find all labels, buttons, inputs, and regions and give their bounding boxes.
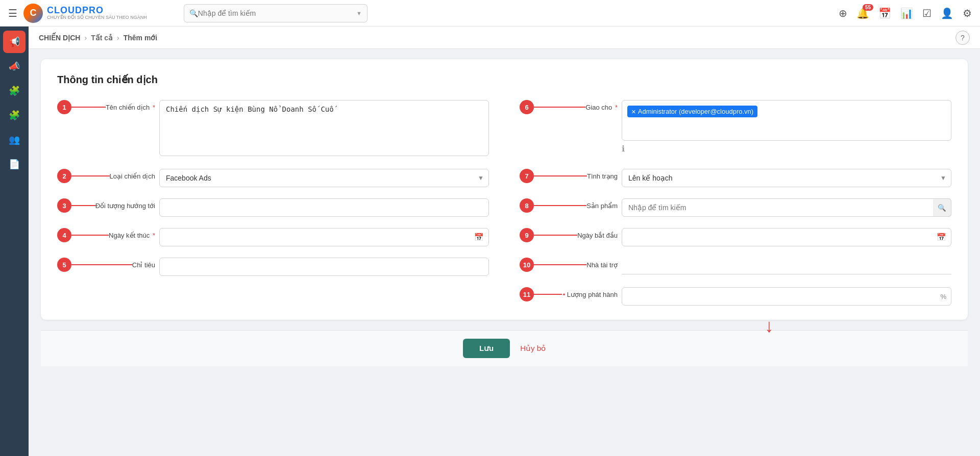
quantity-label: • Lượng phát hành bbox=[562, 291, 618, 298]
sponsor-input[interactable]: CloudPLUS bbox=[622, 258, 951, 274]
sidebar-item-doc[interactable]: 📄 bbox=[3, 153, 26, 175]
target-input[interactable]: Tất cả mọi người bbox=[159, 198, 489, 217]
assign-field[interactable]: × Administrator (developer@cloudpro.vn) bbox=[622, 100, 951, 141]
breadcrumb-root: CHIẾN DỊCH bbox=[39, 34, 80, 42]
field-budget: 5 Chỉ tiêu 10,000 bbox=[57, 258, 489, 276]
start-date-calendar-icon[interactable]: 📅 bbox=[937, 233, 946, 242]
checklist-button[interactable]: ☑ bbox=[922, 7, 932, 19]
end-date-label: Ngày kết thúc * bbox=[109, 232, 155, 239]
campaign-name-label: Tên chiến dịch * bbox=[106, 104, 155, 111]
sidebar-item-puzzle1[interactable]: 🧩 bbox=[3, 80, 26, 102]
label-group-3: 3 Đối tượng hướng tới bbox=[57, 198, 159, 213]
form-title: Thông tin chiến dịch bbox=[57, 73, 951, 86]
notification-button[interactable]: 🔔 55 bbox=[856, 7, 869, 19]
assignee-name: Administrator (developer@cloudpro.vn) bbox=[638, 108, 753, 115]
label-group-8: 8 Sản phẩm bbox=[520, 198, 622, 213]
percent-symbol: % bbox=[940, 293, 946, 300]
field-sponsor: 10 Nhà tài trợ CloudPLUS bbox=[520, 258, 951, 276]
campaign-name-input[interactable]: Chiến dịch Sự kiện Bùng Nổ Doanh Số Cuố bbox=[159, 100, 489, 156]
campaign-type-label: Loại chiến dịch bbox=[110, 172, 155, 180]
label-group-4: 4 Ngày kết thúc * bbox=[57, 228, 159, 242]
main-content: Thông tin chiến dịch 1 Tên chiến dịch * … bbox=[29, 49, 980, 456]
step-line-6 bbox=[534, 107, 585, 108]
breadcrumb-sep2: › bbox=[117, 34, 119, 42]
step-7: 7 bbox=[520, 169, 534, 183]
product-search-input[interactable] bbox=[622, 198, 951, 217]
sidebar-item-campaign[interactable]: 📢 bbox=[3, 31, 26, 53]
step-line-3 bbox=[71, 205, 95, 206]
sidebar-item-team[interactable]: 👥 bbox=[3, 129, 26, 151]
cancel-button[interactable]: Hủy bỏ bbox=[520, 344, 546, 353]
hamburger-button[interactable]: ☰ bbox=[8, 7, 17, 19]
step-4: 4 bbox=[57, 228, 71, 242]
breadcrumb-all[interactable]: Tất cả bbox=[91, 34, 113, 42]
budget-input[interactable]: 10,000 bbox=[159, 258, 489, 276]
campaign-form-card: Thông tin chiến dịch 1 Tên chiến dịch * … bbox=[41, 59, 968, 320]
field-campaign-name: 1 Tên chiến dịch * Chiến dịch Sự kiện Bù… bbox=[57, 100, 489, 158]
target-label: Đối tượng hướng tới bbox=[95, 202, 155, 210]
help-button[interactable]: ? bbox=[955, 31, 970, 45]
step-line-10 bbox=[534, 264, 586, 265]
step-5: 5 bbox=[57, 258, 71, 272]
step-6: 6 bbox=[520, 100, 534, 114]
budget-label: Chỉ tiêu bbox=[132, 261, 155, 269]
settings-button[interactable]: ⚙ bbox=[963, 7, 972, 19]
step-2: 2 bbox=[57, 169, 71, 183]
label-group-9: 9 Ngày bắt đầu bbox=[520, 228, 622, 242]
global-search[interactable]: 🔍 ▼ bbox=[184, 4, 368, 22]
sponsor-label: Nhà tài trợ bbox=[586, 261, 618, 269]
campaign-type-select[interactable]: Facebook Ads bbox=[159, 169, 489, 187]
step-3: 3 bbox=[57, 198, 71, 213]
end-date-calendar-icon[interactable]: 📅 bbox=[474, 233, 484, 242]
field-campaign-type: 2 Loại chiến dịch Facebook Ads ▼ bbox=[57, 169, 489, 187]
step-line-11 bbox=[534, 294, 562, 295]
sidebar-item-broadcast[interactable]: 📣 bbox=[3, 55, 26, 78]
action-bar: ↓ Lưu Hủy bỏ bbox=[41, 330, 968, 366]
add-button[interactable]: ⊕ bbox=[839, 7, 847, 19]
sidebar-item-puzzle2[interactable]: 🧩 bbox=[3, 104, 26, 126]
chart-button[interactable]: 📊 bbox=[900, 7, 913, 19]
start-date-label: Ngày bắt đầu bbox=[577, 232, 618, 239]
arrow-indicator: ↓ bbox=[765, 315, 774, 337]
status-select[interactable]: Lên kế hoạch bbox=[622, 169, 951, 187]
label-group-11: 11 • Lượng phát hành bbox=[520, 287, 622, 301]
step-9: 9 bbox=[520, 228, 534, 242]
label-group-10: 10 Nhà tài trợ bbox=[520, 258, 622, 272]
remove-assignee-button[interactable]: × bbox=[631, 108, 636, 115]
field-end-date: 4 Ngày kết thúc * 31-12-2023 📅 bbox=[57, 228, 489, 246]
form-grid: 1 Tên chiến dịch * Chiến dịch Sự kiện Bù… bbox=[57, 100, 951, 306]
step-line-4 bbox=[71, 235, 109, 236]
assign-label: Giao cho * bbox=[585, 104, 618, 111]
step-line-9 bbox=[534, 235, 577, 236]
search-icon: 🔍 bbox=[189, 9, 198, 17]
topbar-actions: ⊕ 🔔 55 📅 📊 ☑ 👤 ⚙ bbox=[839, 7, 972, 19]
logo-sub-text: CHUYỂN ĐỔI SỐ CHUYÊN SÂU THEO NGÀNH bbox=[47, 15, 147, 20]
user-button[interactable]: 👤 bbox=[941, 7, 953, 19]
calendar-button[interactable]: 📅 bbox=[878, 7, 891, 19]
status-label: Tình trạng bbox=[587, 172, 618, 180]
step-11: 11 bbox=[520, 287, 534, 301]
assignee-tag: × Administrator (developer@cloudpro.vn) bbox=[627, 106, 757, 117]
end-date-input[interactable]: 31-12-2023 bbox=[159, 228, 489, 246]
field-start-date: 9 Ngày bắt đầu 01-10-2023 📅 bbox=[520, 228, 951, 246]
step-line-8 bbox=[534, 205, 586, 206]
step-1: 1 bbox=[57, 100, 71, 114]
product-label: Sản phẩm bbox=[586, 202, 618, 210]
field-assign: 6 Giao cho * × Administrator (developer@… bbox=[520, 100, 951, 158]
quantity-input[interactable] bbox=[622, 287, 951, 306]
search-input[interactable] bbox=[198, 9, 353, 17]
start-date-input[interactable]: 01-10-2023 bbox=[622, 228, 951, 246]
save-button[interactable]: Lưu bbox=[463, 339, 510, 358]
logo[interactable]: C CLOUDPRO CHUYỂN ĐỔI SỐ CHUYÊN SÂU THEO… bbox=[23, 4, 147, 23]
field-quantity: 11 • Lượng phát hành % bbox=[520, 287, 951, 306]
breadcrumb-current: Thêm mới bbox=[124, 34, 158, 42]
sidebar: 📢 📣 🧩 🧩 👥 📄 bbox=[0, 27, 29, 456]
step-line-1 bbox=[71, 107, 106, 108]
topbar: ☰ C CLOUDPRO CHUYỂN ĐỔI SỐ CHUYÊN SÂU TH… bbox=[0, 0, 980, 27]
label-group-6: 6 Giao cho * bbox=[520, 100, 622, 114]
breadcrumb-sep1: › bbox=[84, 34, 87, 42]
step-10: 10 bbox=[520, 258, 534, 272]
breadcrumb-right: ? bbox=[955, 31, 970, 45]
product-search-button[interactable]: 🔍 bbox=[933, 198, 951, 217]
logo-main-text: CLOUDPRO bbox=[47, 6, 147, 16]
